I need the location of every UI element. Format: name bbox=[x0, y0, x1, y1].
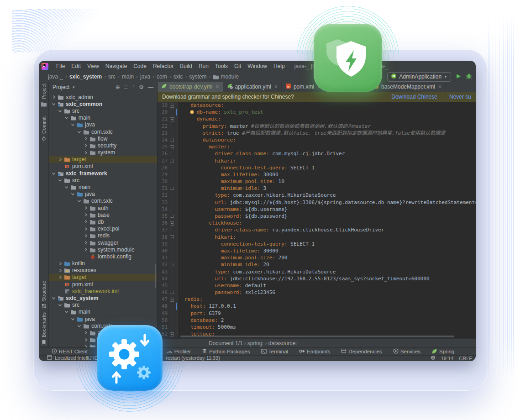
tree-item-system[interactable]: system bbox=[49, 149, 157, 156]
code-line-42[interactable]: 42 minimum-idle: 20 bbox=[158, 261, 476, 268]
fold-marker-icon[interactable]: − bbox=[170, 221, 174, 226]
run-button[interactable] bbox=[456, 74, 461, 80]
tree-item-target[interactable]: target bbox=[49, 156, 157, 163]
horizontal-scrollbar[interactable] bbox=[180, 336, 454, 337]
code-line-32[interactable]: 32 type: com.zaxxer.hikari.HikariDataSou… bbox=[158, 192, 476, 199]
code-line-35[interactable]: 35 password: ${db.password} bbox=[158, 213, 476, 220]
breadcrumb-item-src[interactable]: src bbox=[107, 74, 116, 80]
chevron-right-icon[interactable] bbox=[83, 151, 89, 155]
fold-marker-icon[interactable]: − bbox=[170, 104, 174, 108]
chevron-right-icon[interactable] bbox=[57, 158, 63, 162]
fold-marker-icon[interactable]: − bbox=[170, 159, 174, 163]
chevron-right-icon[interactable] bbox=[83, 331, 89, 335]
tree-item-com-sxlc[interactable]: com.sxlc bbox=[49, 128, 157, 135]
editor-breadcrumb-document-1-1[interactable]: Document 1/1 bbox=[209, 340, 243, 346]
chevron-down-icon[interactable] bbox=[63, 116, 69, 120]
tab-bootstrap-dev-yml[interactable]: bootstrap-dev.yml× bbox=[158, 82, 223, 92]
tree-item-main[interactable]: main bbox=[49, 184, 157, 190]
debug-button[interactable] bbox=[466, 73, 472, 80]
project-scrollbar[interactable] bbox=[155, 264, 156, 288]
code-line-34[interactable]: 34 username: ${db.username} bbox=[158, 206, 476, 213]
chevron-down-icon[interactable] bbox=[51, 296, 57, 300]
menu-item-refactor[interactable]: Refactor bbox=[150, 63, 177, 69]
fold-end-icon[interactable] bbox=[170, 215, 174, 218]
tree-item-target[interactable]: target bbox=[49, 274, 157, 281]
tree-item-sxlc-admin[interactable]: sxlc_admin bbox=[49, 94, 157, 100]
code-line-38[interactable]: 38− hikari: bbox=[158, 234, 476, 241]
split-icon[interactable]: ÷ bbox=[132, 84, 135, 90]
chevron-down-icon[interactable]: ▼ bbox=[72, 85, 75, 89]
code-line-49[interactable]: 49 port: 6379 bbox=[158, 310, 476, 317]
stripe-tab-commit[interactable]: Commit bbox=[39, 116, 49, 142]
tree-item-src[interactable]: src bbox=[49, 302, 157, 309]
code-line-45[interactable]: 45 username: default bbox=[158, 282, 476, 289]
code-line-26[interactable]: 26 driver-class-name: com.mysql.cj.jdbc.… bbox=[158, 150, 476, 157]
breadcrumb-item-java[interactable]: java bbox=[139, 74, 151, 80]
code-line-28[interactable]: 28 connection-test-query: SELECT 1 bbox=[158, 164, 476, 171]
code-line-47[interactable]: 47− redis: bbox=[158, 296, 476, 303]
tree-item-java[interactable]: java bbox=[49, 121, 157, 128]
tree-item-sxlc-framework[interactable]: sxlc_framework bbox=[49, 170, 157, 177]
tree-item-db[interactable]: db bbox=[49, 218, 157, 225]
code-line-40[interactable]: 40 max-lifetime: 30000 bbox=[158, 247, 476, 254]
code-line-31[interactable]: 31 minimum-idle: 3 bbox=[158, 185, 476, 192]
tree-item-java[interactable]: java bbox=[49, 191, 157, 198]
chevron-down-icon[interactable] bbox=[70, 192, 76, 196]
close-icon[interactable]: × bbox=[438, 84, 441, 90]
menu-item-navigate[interactable]: Navigate bbox=[102, 63, 130, 69]
breadcrumb-item-module[interactable]: module bbox=[212, 74, 239, 80]
code-line-25[interactable]: 25− master: bbox=[158, 143, 476, 150]
chevron-down-icon[interactable] bbox=[63, 185, 69, 189]
menu-item-help[interactable]: Help bbox=[270, 63, 288, 69]
tool-window-button-python-packages[interactable]: Python Packages bbox=[202, 348, 250, 355]
hide-icon[interactable]: ― bbox=[148, 84, 153, 90]
editor-breadcrumb-spring[interactable]: spring: bbox=[247, 340, 264, 346]
chevron-right-icon[interactable] bbox=[83, 234, 89, 238]
menu-item-git[interactable]: Git bbox=[231, 63, 244, 69]
line-separator[interactable]: CRLF bbox=[459, 356, 472, 361]
chevron-down-icon[interactable] bbox=[57, 178, 63, 182]
stripe-tab-bookmarks[interactable]: Bookmarks bbox=[39, 312, 49, 346]
settings-icon[interactable]: ⚙ bbox=[139, 84, 144, 90]
tool-window-button-services[interactable]: Services bbox=[393, 348, 420, 355]
menu-item-code[interactable]: Code bbox=[130, 63, 150, 69]
fold-marker-icon[interactable]: − bbox=[170, 235, 174, 239]
fold-end-icon[interactable] bbox=[170, 187, 174, 190]
fold-marker-icon[interactable]: − bbox=[170, 332, 174, 336]
code-line-36[interactable]: 36− clickhouse: bbox=[158, 220, 476, 226]
tool-window-button-dependencies[interactable]: Dependencies bbox=[341, 348, 382, 355]
chevron-right-icon[interactable] bbox=[83, 338, 89, 342]
chevron-down-icon[interactable] bbox=[76, 324, 82, 328]
code-line-43[interactable]: 43 type: com.zaxxer.hikari.HikariDataSou… bbox=[158, 268, 476, 275]
code-line-48[interactable]: 48 host: 127.0.0.1 bbox=[158, 303, 476, 310]
editor-breadcrumb-datasource[interactable]: datasource: bbox=[268, 340, 297, 346]
code-line-37[interactable]: 37 driver-class-name: ru.yandex.clickhou… bbox=[158, 226, 476, 233]
menu-item-edit[interactable]: Edit bbox=[68, 63, 84, 69]
tree-item-flow[interactable]: flow bbox=[49, 135, 157, 142]
banner-action-never-su[interactable]: Never su bbox=[449, 94, 471, 100]
menu-item-window[interactable]: Window bbox=[244, 63, 270, 69]
fold-marker-icon[interactable]: − bbox=[170, 145, 174, 149]
tree-item-sxlc-common[interactable]: sxlc_common bbox=[49, 100, 157, 107]
stripe-tab-project[interactable]: Project bbox=[39, 84, 49, 108]
chevron-down-icon[interactable] bbox=[57, 303, 63, 307]
tool-window-button-spring[interactable]: Spring bbox=[431, 348, 454, 355]
tree-item-sxlc-system[interactable]: sxlc_system bbox=[49, 294, 157, 301]
code-line-21[interactable]: 21− dynamic: bbox=[158, 116, 476, 122]
project-panel-title[interactable]: Project bbox=[53, 84, 69, 90]
code-line-22[interactable]: 22 primary: master #设置默认的数据源或者数据源组,默认值即为… bbox=[158, 123, 476, 130]
code-line-23[interactable]: 23 strict: true #严格匹配数据源,默认false. true未匹… bbox=[158, 130, 476, 136]
chevron-right-icon[interactable] bbox=[83, 227, 89, 231]
code-line-27[interactable]: 27− hikari: bbox=[158, 158, 476, 164]
tree-item-swagger[interactable]: swagger bbox=[49, 239, 157, 246]
tool-window-button-profiler[interactable]: Profiler bbox=[167, 349, 191, 355]
chevron-right-icon[interactable] bbox=[51, 95, 57, 99]
stripe-tab-structure[interactable]: Structure bbox=[39, 281, 49, 310]
tool-window-button-terminal[interactable]: Terminal bbox=[261, 349, 288, 355]
menu-item-view[interactable]: View bbox=[84, 63, 102, 69]
code-editor[interactable]: 19− datasource:20 db-name: sxlc_pro_test… bbox=[158, 102, 476, 338]
locate-icon[interactable]: ⊕ bbox=[116, 84, 120, 90]
fold-marker-icon[interactable]: − bbox=[170, 117, 174, 121]
tree-item-src[interactable]: src bbox=[49, 107, 157, 114]
breadcrumb-item-main[interactable]: main bbox=[121, 74, 135, 80]
